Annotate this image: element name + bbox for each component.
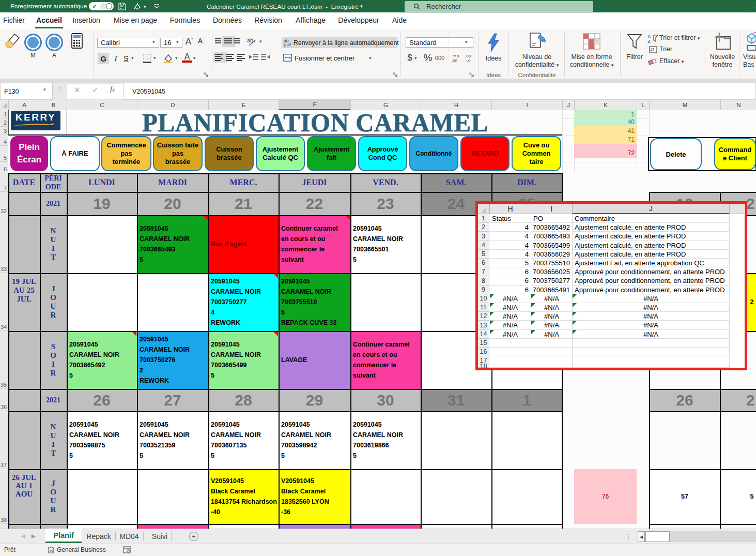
svg-text:→0: →0	[464, 58, 471, 63]
svg-text:←0: ←0	[453, 54, 459, 58]
svg-text:Z: Z	[647, 39, 651, 43]
svg-text:,00: ,00	[465, 54, 471, 58]
svg-text:,00: ,00	[452, 58, 458, 63]
